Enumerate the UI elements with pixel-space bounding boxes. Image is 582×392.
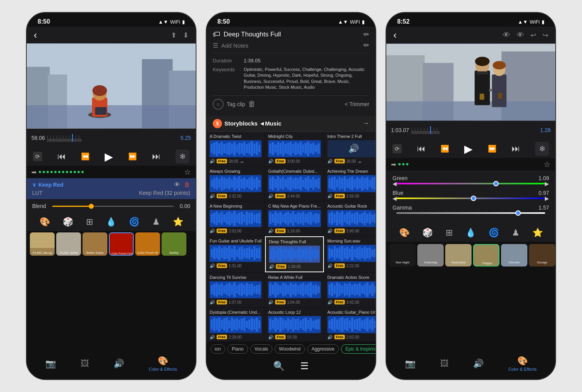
edit-notes-icon-2[interactable]: ✏: [363, 41, 369, 50]
back2-icon-3[interactable]: ↩: [530, 31, 536, 40]
swirl-icon-3[interactable]: 🌀: [489, 228, 499, 238]
genre-tag-2[interactable]: Vocals: [250, 344, 272, 354]
back-button-3[interactable]: ‹: [393, 29, 397, 41]
track-cell-12[interactable]: Dancing Til Sunrise 🔊 Free 1:07.00: [207, 273, 265, 307]
lut-thumb-deFlat[interactable]: FiLMiC deflat: [56, 232, 81, 256]
step-back-button-1[interactable]: ⏪: [81, 152, 90, 161]
lut-thumb-punch[interactable]: Color Punch Cool: [109, 232, 134, 256]
delete-icon-1[interactable]: 🗑: [184, 181, 190, 188]
track-cell-6[interactable]: A New Beginning 🔊 Free 2:02.00: [207, 201, 265, 236]
star-button-1[interactable]: ☆: [184, 167, 191, 177]
prev-button-3[interactable]: ⏮: [417, 144, 425, 154]
track-cell-9[interactable]: Fun Guitar and Ukulele Full 🔊 Free 1:31.…: [207, 236, 265, 272]
lut-thumb-deLog[interactable]: FiLMiC deLog: [30, 232, 55, 256]
play-button-1[interactable]: ▶: [105, 150, 113, 163]
bottom-color-3[interactable]: 🎨 Color & Effects: [508, 356, 537, 371]
blend-slider-1[interactable]: [52, 206, 174, 207]
forward-icon-1[interactable]: ⬇: [183, 31, 189, 40]
figure-icon-3[interactable]: ♟: [512, 228, 520, 238]
trash-btn-2[interactable]: 🗑: [248, 100, 256, 108]
track-cell-10[interactable]: Deep Thoughts Full 🔊 Free 1:39.05: [265, 236, 324, 272]
eye-icon-1[interactable]: 👁: [174, 181, 180, 188]
color-thumb-grunge[interactable]: Grunge: [529, 244, 555, 266]
color-thumb-yesterday[interactable]: Yesterday: [417, 244, 444, 266]
prev-button-1[interactable]: ⏮: [57, 151, 66, 162]
tag-clip-btn-2[interactable]: Tag clip: [227, 101, 245, 107]
edit-icon-2[interactable]: ✏: [363, 30, 369, 39]
bottom-audio-3[interactable]: 🔊: [473, 359, 484, 369]
bottom-camera-1[interactable]: 📷: [45, 359, 56, 369]
lut-thumb-sepia[interactable]: Better Sepia: [83, 232, 107, 256]
list-icon-2[interactable]: ☰: [300, 361, 309, 371]
lut-thumb-earthy[interactable]: Earthy: [162, 232, 186, 256]
lut-thumb-punchW[interactable]: Color Punch W: [135, 232, 160, 256]
timeline-track-3[interactable]: [412, 126, 538, 135]
bottom-camera-3[interactable]: 📷: [405, 359, 415, 369]
color-thumb-yesteryear[interactable]: Yesteryear: [445, 244, 472, 266]
track-cell-2[interactable]: Intro Theme 2 Full 🔊 🔊 Free 26.00 ☁: [324, 132, 375, 166]
color-thumb-tintype[interactable]: Tintype ✓: [473, 244, 499, 266]
track-cell-13[interactable]: Relax A While Full 🔊 Free 1:04.00: [265, 273, 324, 307]
track-cell-7[interactable]: C Maj New Age Piano Fre... 🔊 Free 1:18.0…: [265, 201, 324, 236]
sb-arrow-2[interactable]: →: [362, 119, 369, 127]
grid-icon-1[interactable]: ⊞: [86, 217, 93, 227]
genre-tag-0[interactable]: ion: [210, 344, 225, 354]
play-button-3[interactable]: ▶: [464, 143, 473, 155]
search-icon-2[interactable]: 🔍: [273, 361, 285, 371]
back-button-1[interactable]: ‹: [34, 29, 37, 41]
next-button-1[interactable]: ⏭: [152, 151, 160, 162]
track-cell-0[interactable]: A Dramatic Twist 🔊 Free 28:05 ☁: [207, 132, 265, 166]
loop-button-1[interactable]: ⟳: [33, 152, 42, 161]
step-fwd-button-1[interactable]: ⏩: [128, 152, 137, 161]
track-cell-5[interactable]: Achieving The Dream 🔊 Free 2:56.00: [324, 167, 375, 201]
loop-button-3[interactable]: ⟳: [393, 144, 402, 153]
blue-track-3[interactable]: [396, 198, 545, 199]
drop-icon-1[interactable]: 💧: [106, 217, 116, 227]
step-fwd-button-3[interactable]: ⏩: [488, 144, 496, 153]
track-arrow-3[interactable]: ➡: [391, 161, 396, 168]
star-icon-3[interactable]: ⭐: [532, 228, 543, 238]
color-thumb-noir[interactable]: Noir Night: [389, 244, 416, 266]
track-arrow-1[interactable]: ➡: [31, 168, 36, 176]
color-thumb-chrome[interactable]: Chrome: [501, 244, 527, 266]
genre-tag-3[interactable]: Woodwind: [275, 344, 305, 354]
freeze-button-3[interactable]: ❄: [535, 142, 549, 156]
track-cell-16[interactable]: Acoustic Loop 12 🔊 Free 59.39: [265, 308, 324, 341]
track-cell-3[interactable]: Always Growing 🔊 Free 2:32.00: [207, 167, 265, 201]
fwd2-icon-3[interactable]: ↪: [542, 31, 548, 40]
palette-icon-1[interactable]: 🎨: [40, 217, 50, 227]
cube-icon-1[interactable]: 🎲: [63, 217, 73, 227]
timeline-track-1[interactable]: [47, 133, 178, 143]
track-cell-15[interactable]: Dystopia (Cinematic Und... 🔊 Free 2:29.0…: [207, 308, 265, 341]
drop-icon-3[interactable]: 💧: [465, 228, 476, 238]
track-cell-14[interactable]: Dramatic Action Score 🔊 Free 3:42.00: [324, 273, 375, 307]
trimmer-btn-2[interactable]: < Trimmer: [345, 101, 369, 107]
track-cell-1[interactable]: Midnight City 🔊 Free 3:00.00: [265, 132, 324, 166]
green-track-3[interactable]: [396, 183, 545, 184]
bottom-gallery-1[interactable]: 🖼: [81, 359, 89, 369]
eye-icon-3[interactable]: 👁: [503, 31, 510, 40]
share-icon-1[interactable]: ⬆: [171, 31, 177, 40]
genre-tag-5[interactable]: Epic & Inspiring: [341, 344, 375, 354]
track-cell-8[interactable]: Acoustic Guitar Rock 🔊 Free 2:00.00: [324, 201, 375, 236]
freeze-button-1[interactable]: ❄: [176, 150, 189, 163]
cube-icon-3[interactable]: 🎲: [422, 228, 433, 238]
eye2-icon-3[interactable]: 👁: [517, 31, 524, 40]
bottom-gallery-3[interactable]: 🖼: [440, 359, 449, 369]
star-button-3[interactable]: ☆: [544, 160, 551, 169]
gamma-track-3[interactable]: [396, 212, 545, 214]
next-button-3[interactable]: ⏭: [511, 144, 520, 154]
star-icon-1[interactable]: ⭐: [173, 217, 183, 227]
swirl-icon-1[interactable]: 🌀: [129, 217, 139, 227]
grid-icon-3[interactable]: ⊞: [446, 228, 453, 238]
track-cell-4[interactable]: Goliath(Cinematic Dubst... 🔊 Free 2:44.0…: [265, 167, 324, 201]
bottom-audio-1[interactable]: 🔊: [114, 359, 124, 369]
bottom-color-1[interactable]: 🎨 Color & Effects: [149, 356, 177, 371]
genre-tag-4[interactable]: Aggressive: [307, 344, 339, 354]
genre-tag-1[interactable]: Piano: [227, 344, 248, 354]
track-cell-17[interactable]: Acoustic Guitar_Piano Un... 🔊 Free 2:02.…: [324, 308, 375, 341]
figure-icon-1[interactable]: ♟: [152, 217, 160, 227]
palette-icon-3[interactable]: 🎨: [399, 228, 410, 238]
track-cell-11[interactable]: Morning Sun.wav 🔊 Free 2:22.00: [324, 236, 375, 272]
step-back-button-3[interactable]: ⏪: [441, 144, 449, 153]
